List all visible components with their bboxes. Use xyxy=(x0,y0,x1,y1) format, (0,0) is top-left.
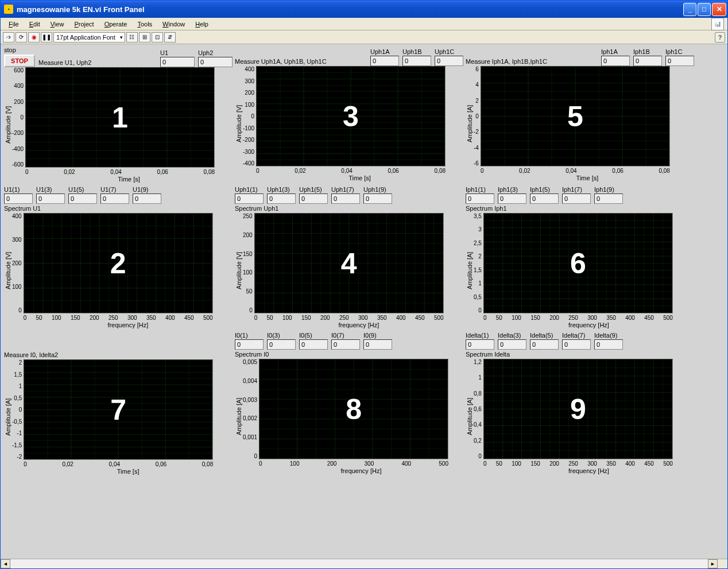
i0-7-input[interactable] xyxy=(331,339,360,350)
chart-c3-ylabel: Amplitude [V] xyxy=(235,66,243,181)
uph1a-label: Uph1A xyxy=(370,48,399,55)
chart-c5[interactable]: Amplitude [A] 6420-2-4-6 5 00,020,040,06… xyxy=(466,66,694,181)
chart-c1-plot[interactable]: 1 xyxy=(25,67,215,168)
chart-c7-plot[interactable]: 7 xyxy=(24,359,213,460)
u1-3-input[interactable] xyxy=(36,193,65,204)
chart-c4[interactable]: Amplitude [V] 250200150100500 4 05010015… xyxy=(235,213,463,328)
uph1b-input[interactable] xyxy=(402,56,431,66)
chart-c9-ylabel: Amplitude [A] xyxy=(466,359,474,474)
chart-c2[interactable]: Amplitude [V] 4003002001000 2 0501001502… xyxy=(4,213,233,328)
iph1a-input[interactable] xyxy=(601,56,630,66)
chart-c9-plot[interactable]: 9 xyxy=(483,359,673,459)
uph2-input[interactable] xyxy=(198,57,233,67)
chart-c5-ylabel: Amplitude [A] xyxy=(466,66,474,181)
menu-tools[interactable]: Tools xyxy=(133,20,157,29)
menu-help[interactable]: Help xyxy=(191,20,213,29)
iph1c-input[interactable] xyxy=(665,56,694,66)
chart-c1[interactable]: Amplitude [V] 6004002000-200-400-600 1 0… xyxy=(4,67,233,183)
uph1-5-input[interactable] xyxy=(299,193,328,204)
minimize-button[interactable]: _ xyxy=(683,3,696,16)
run-button[interactable]: ➩ xyxy=(3,32,14,42)
iph1-5-input[interactable] xyxy=(530,193,559,204)
chart-c3-plot[interactable]: 3 xyxy=(256,66,446,167)
chart-c3-yticks: 4003002001000-100-200-300-400 xyxy=(243,66,256,167)
menu-project[interactable]: Project xyxy=(69,20,98,29)
chart-c5-plot[interactable]: 5 xyxy=(481,66,670,167)
i0-5-input[interactable] xyxy=(299,339,328,350)
idelta-1-input[interactable] xyxy=(466,339,494,350)
uph1a-input[interactable] xyxy=(370,56,399,66)
app-icon: ▪ xyxy=(4,5,13,14)
iph1b-input[interactable] xyxy=(633,56,662,66)
u1-7-input[interactable] xyxy=(100,193,129,204)
pause-button[interactable]: ❚❚ xyxy=(41,32,52,42)
abort-button[interactable]: ◉ xyxy=(28,32,40,42)
idelta-7-input[interactable] xyxy=(562,339,591,350)
uph1c-input[interactable] xyxy=(435,56,463,66)
u1-label: U1 xyxy=(160,49,195,56)
labview-icon[interactable]: 📊 xyxy=(711,18,724,30)
chart-c6[interactable]: Amplitude [A] 3,532,521,510,50 6 0501001… xyxy=(466,213,694,328)
chart-c4-yticks: 250200150100500 xyxy=(243,213,254,313)
chart-c4-plot[interactable]: 4 xyxy=(254,213,444,313)
iph1a-label: Iph1A xyxy=(601,48,630,55)
horizontal-scrollbar[interactable]: ◄ ► xyxy=(1,559,727,568)
iph1-3-input[interactable] xyxy=(498,193,526,204)
stop-button[interactable]: STOP xyxy=(4,55,35,67)
menu-window[interactable]: Window xyxy=(158,20,189,29)
uph1-9-input[interactable] xyxy=(363,193,392,204)
uph2-label: Uph2 xyxy=(198,49,233,56)
uph1b-label: Uph1B xyxy=(402,48,431,55)
close-button[interactable]: ✕ xyxy=(712,3,726,16)
run-continuously-button[interactable]: ⟳ xyxy=(16,32,27,42)
chart-c7-ylabel: Amplitude [A] xyxy=(4,359,12,475)
maximize-button[interactable]: □ xyxy=(698,3,711,16)
chart-c8[interactable]: Amplitude [A] 0,0050,0040,0030,0020,0010… xyxy=(235,359,463,474)
scroll-left-button[interactable]: ◄ xyxy=(1,559,10,568)
idelta-9-input[interactable] xyxy=(594,339,623,350)
chart-c8-plot[interactable]: 8 xyxy=(259,359,448,459)
menu-edit[interactable]: Edit xyxy=(25,20,45,29)
chart-c9[interactable]: Amplitude [A] 1,210,80,60,40,20 9 050100… xyxy=(466,359,694,474)
stop-label: stop xyxy=(4,47,35,53)
chart9-title: Spectrum Idelta xyxy=(466,351,694,358)
i0-1-input[interactable] xyxy=(235,339,264,350)
i0-3-input[interactable] xyxy=(267,339,296,350)
i0-9-input[interactable] xyxy=(363,339,392,350)
resize-button[interactable]: ⊡ xyxy=(152,32,163,42)
menu-view[interactable]: View xyxy=(46,20,69,29)
iph1-9-input[interactable] xyxy=(594,193,623,204)
uph1-3-input[interactable] xyxy=(267,193,296,204)
chart1-title: Measure U1, Uph2 xyxy=(38,59,91,66)
chart-c6-yticks: 3,532,521,510,50 xyxy=(474,213,483,313)
chart-c1-xlabel: Time [s] xyxy=(25,175,233,183)
idelta-3-input[interactable] xyxy=(498,339,526,350)
chart-c6-plot[interactable]: 6 xyxy=(483,213,673,313)
chart-c2-xlabel: frequency [Hz] xyxy=(24,321,233,328)
distribute-button[interactable]: ⊞ xyxy=(139,32,150,42)
chart-c7-xticks: 00,020,040,060,08 xyxy=(24,460,213,467)
idelta-5-input[interactable] xyxy=(530,339,559,350)
scroll-right-button[interactable]: ► xyxy=(708,559,718,568)
menu-operate[interactable]: Operate xyxy=(100,20,132,29)
uph1-7-input[interactable] xyxy=(331,193,360,204)
u1-1-input[interactable] xyxy=(4,193,33,204)
scroll-track[interactable] xyxy=(10,559,708,568)
chart-c3[interactable]: Amplitude [V] 4003002001000-100-200-300-… xyxy=(235,66,463,181)
font-selector[interactable]: 17pt Application Font xyxy=(53,32,125,42)
iph1-7-input[interactable] xyxy=(562,193,591,204)
chart-c7[interactable]: Amplitude [A] 21,510,50-0,5-1-1,5-2 7 00… xyxy=(4,359,233,475)
chart-c1-yticks: 6004002000-200-400-600 xyxy=(12,67,25,168)
chart-c2-plot[interactable]: 2 xyxy=(24,213,213,313)
u1-9-input[interactable] xyxy=(133,193,161,204)
uph1-1-input[interactable] xyxy=(235,193,264,204)
align-button[interactable]: ☷ xyxy=(126,32,138,42)
reorder-button[interactable]: ⇵ xyxy=(164,32,176,42)
chart-c8-xticks: 0100200300400500 xyxy=(259,459,448,467)
menu-file[interactable]: File xyxy=(4,20,24,29)
chart-c9-xticks: 050100150200250300350400450500 xyxy=(483,459,673,467)
iph1-1-input[interactable] xyxy=(466,193,494,204)
u1-5-input[interactable] xyxy=(68,193,97,204)
u1-input[interactable] xyxy=(160,57,195,67)
help-button[interactable]: ? xyxy=(715,32,725,42)
